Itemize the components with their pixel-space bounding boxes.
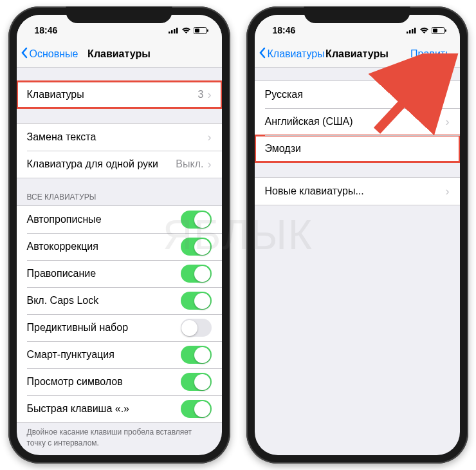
row-text-replacement[interactable]: Замена текста › (17, 124, 222, 151)
svg-rect-9 (412, 29, 414, 33)
row-label: Вкл. Caps Lock (27, 295, 181, 306)
battery-icon (432, 27, 447, 34)
chevron-right-icon: › (208, 131, 212, 144)
svg-rect-2 (174, 29, 176, 33)
svg-rect-5 (195, 28, 199, 32)
status-right (407, 27, 447, 34)
chevron-right-icon: › (446, 115, 450, 129)
toggle-switch[interactable] (181, 373, 212, 391)
row-label: Быстрая клавиша «.» (27, 403, 181, 415)
chevron-left-icon (259, 47, 266, 61)
row-toggle-5: Смарт-пунктуация (17, 341, 222, 368)
svg-rect-3 (176, 28, 178, 33)
svg-rect-13 (445, 29, 446, 32)
nav-bar: Основные Клавиатуры (17, 41, 222, 68)
chevron-right-icon: › (208, 158, 212, 171)
signal-icon (169, 27, 179, 33)
toggle-switch[interactable] (181, 292, 212, 310)
battery-icon (194, 27, 209, 34)
toggle-switch[interactable] (181, 265, 212, 283)
row-label: Автокоррекция (27, 241, 181, 252)
row-toggle-0: Автопрописные (17, 206, 222, 233)
row-detail: 3 (198, 89, 204, 100)
row-label: Смарт-пунктуация (27, 349, 181, 361)
status-right (169, 27, 209, 34)
svg-rect-12 (433, 28, 437, 32)
chevron-left-icon (21, 47, 28, 61)
nav-back-button[interactable]: Клавиатуры (259, 47, 325, 61)
notch (66, 6, 172, 23)
row-label: Русская (265, 89, 450, 100)
row-detail: Выкл. (176, 158, 203, 170)
nav-edit-button[interactable]: Править (410, 48, 455, 60)
row-label: Клавиатуры (27, 89, 198, 100)
chevron-right-icon: › (446, 185, 450, 198)
chevron-right-icon: › (208, 88, 212, 102)
footer-doubletap: Двойное касание клавиши пробела вставляе… (17, 423, 222, 449)
row-label: Предиктивный набор (27, 322, 181, 334)
wifi-icon (419, 27, 429, 34)
status-time: 18:46 (273, 25, 296, 35)
svg-rect-1 (171, 30, 173, 33)
nav-back-label: Основные (30, 48, 78, 60)
row-label: Правописание (27, 268, 181, 279)
screen-right: 18:46 Клавиатуры Клавиатуры Править Русс… (255, 15, 460, 455)
row-keyboard-1[interactable]: Английская (США)› (255, 108, 460, 135)
content-right[interactable]: РусскаяАнглийская (США)›Эмодзи Новые кла… (255, 68, 460, 455)
row-label: Эмодзи (265, 143, 450, 155)
toggle-switch[interactable] (181, 211, 212, 229)
svg-rect-7 (407, 32, 408, 33)
row-label: Замена текста (27, 131, 208, 143)
row-keyboard-0[interactable]: Русская (255, 81, 460, 108)
row-add-keyboard[interactable]: Новые клавиатуры... › (255, 178, 460, 205)
row-one-hand[interactable]: Клавиатура для одной руки Выкл. › (17, 151, 222, 178)
notch (304, 6, 410, 23)
nav-back-button[interactable]: Основные (21, 47, 78, 61)
svg-rect-8 (409, 30, 411, 33)
row-toggle-6: Просмотр символов (17, 368, 222, 395)
row-keyboard-2[interactable]: Эмодзи (255, 135, 460, 162)
toggle-switch[interactable] (181, 346, 212, 364)
row-label: Английская (США) (265, 116, 446, 127)
toggle-switch[interactable] (181, 400, 212, 418)
svg-rect-0 (169, 32, 170, 33)
toggle-switch[interactable] (181, 319, 212, 337)
svg-rect-6 (207, 29, 208, 32)
screen-left: 18:46 Основные Клавиатуры Клавиатуры 3 (17, 15, 222, 455)
svg-rect-10 (414, 28, 416, 33)
row-toggle-4: Предиктивный набор (17, 314, 222, 341)
nav-title: Клавиатуры (87, 48, 151, 60)
nav-back-label: Клавиатуры (268, 48, 325, 60)
wifi-icon (181, 27, 191, 34)
phone-left: 18:46 Основные Клавиатуры Клавиатуры 3 (8, 6, 230, 464)
row-keyboards[interactable]: Клавиатуры 3 › (17, 81, 222, 108)
status-time: 18:46 (35, 25, 58, 35)
section-header-all-keyboards: ВСЕ КЛАВИАТУРЫ (17, 193, 222, 205)
phone-right: 18:46 Клавиатуры Клавиатуры Править Русс… (246, 6, 468, 464)
row-toggle-1: Автокоррекция (17, 233, 222, 260)
nav-bar: Клавиатуры Клавиатуры Править (255, 41, 460, 68)
row-label: Автопрописные (27, 214, 181, 225)
toggle-switch[interactable] (181, 238, 212, 256)
row-label: Просмотр символов (27, 376, 181, 388)
signal-icon (407, 27, 417, 33)
row-label: Клавиатура для одной руки (27, 158, 176, 170)
row-toggle-3: Вкл. Caps Lock (17, 287, 222, 314)
row-label: Новые клавиатуры... (265, 185, 446, 197)
nav-title: Клавиатуры (325, 48, 389, 60)
content-left[interactable]: Клавиатуры 3 › Замена текста › Клавиатур… (17, 68, 222, 455)
row-toggle-2: Правописание (17, 260, 222, 287)
row-toggle-7: Быстрая клавиша «.» (17, 395, 222, 422)
